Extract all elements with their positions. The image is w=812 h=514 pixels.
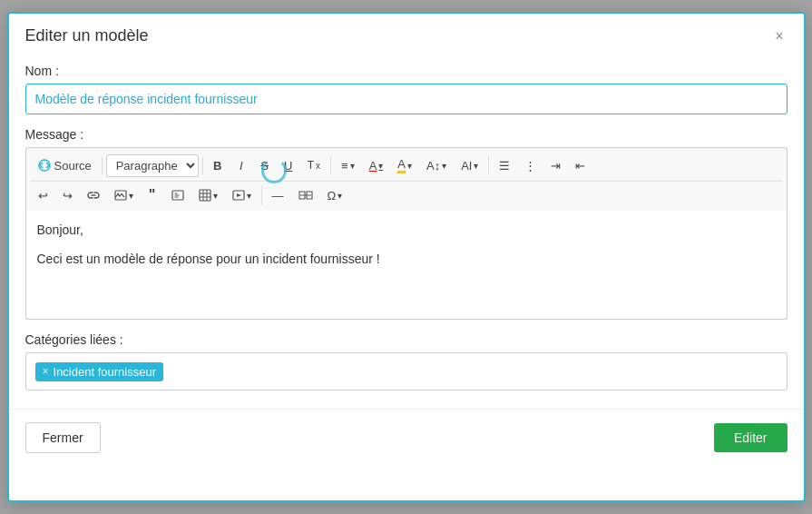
svg-marker-6 (237, 193, 241, 197)
category-tag[interactable]: × Incident fournisseur (35, 362, 163, 381)
source-button[interactable]: Source (32, 155, 98, 176)
tag-label: Incident fournisseur (54, 365, 156, 379)
special-char-button[interactable]: Ω ▾ (321, 185, 349, 206)
media-chevron: ▾ (247, 191, 251, 201)
paragraph-select[interactable]: Paragraphe (106, 154, 199, 177)
modal-title: Editer un modèle (25, 26, 149, 45)
tag-remove-button[interactable]: × (43, 366, 49, 377)
link-button[interactable] (81, 185, 106, 205)
modal-close-button[interactable]: × (771, 29, 787, 44)
redo-button[interactable]: ↪ (56, 185, 79, 206)
indent-button[interactable]: ⇥ (544, 155, 567, 176)
loading-spinner (261, 158, 287, 183)
svg-rect-4 (200, 190, 210, 201)
toolbar-sep-1 (102, 156, 103, 174)
image-button[interactable]: ▾ (108, 185, 140, 205)
code-button[interactable] (165, 185, 191, 205)
editor-toolbar: Source Paragraphe B I S U Tx ≡ ▾ A ▾ A ▾ (25, 147, 788, 211)
editor-content[interactable]: Bonjour, Ceci est un modèle de réponse p… (25, 211, 788, 320)
ordered-list-button[interactable]: ⋮ (518, 155, 543, 176)
toolbar-row-1: Source Paragraphe B I S U Tx ≡ ▾ A ▾ A ▾ (30, 152, 783, 182)
nom-label: Nom : (25, 64, 788, 78)
toolbar-sep-5 (261, 186, 262, 204)
categories-box[interactable]: × Incident fournisseur (25, 352, 788, 390)
font-color-button[interactable]: A ▾ (363, 155, 390, 176)
link-icon (87, 189, 100, 202)
image-icon (114, 189, 127, 202)
editor-line-1: Bonjour, (37, 220, 776, 240)
table-chevron: ▾ (213, 191, 218, 201)
close-button[interactable]: Fermer (25, 422, 101, 453)
align-button[interactable]: ≡ ▾ (335, 155, 361, 176)
toolbar-sep-3 (330, 156, 331, 174)
toolbar-row-2: ↩ ↪ ▾ " ▾ (30, 182, 783, 211)
source-icon (38, 159, 51, 172)
tx-button[interactable]: Tx (301, 155, 327, 175)
toolbar-sep-2 (202, 156, 203, 174)
outdent-button[interactable]: ⇤ (569, 155, 592, 176)
highlight-button[interactable]: A ▾ (391, 153, 418, 177)
bold-button[interactable]: B (207, 155, 229, 176)
media-icon (232, 189, 245, 202)
table-button[interactable]: ▾ (192, 185, 224, 205)
editor-line-2: Ceci est un modèle de réponse pour un in… (37, 249, 776, 269)
categories-label: Catégories liées : (25, 332, 788, 347)
unordered-list-button[interactable]: ☰ (493, 155, 516, 176)
modal-overlay: Editer un modèle × Nom : Message : (0, 0, 812, 514)
nom-input[interactable] (25, 84, 788, 114)
table-icon (199, 189, 211, 202)
code-icon (171, 189, 184, 202)
modal-dialog: Editer un modèle × Nom : Message : (7, 12, 806, 502)
undo-button[interactable]: ↩ (32, 185, 54, 206)
modal-header: Editer un modèle × (9, 14, 804, 54)
ai-button[interactable]: AI ▾ (455, 155, 484, 176)
media-button[interactable]: ▾ (226, 185, 258, 205)
italic-button[interactable]: I (230, 155, 252, 176)
hr-button[interactable]: — (266, 185, 290, 206)
pagebreak-icon (298, 189, 313, 202)
blockquote-button[interactable]: " (142, 183, 163, 207)
modal-body: Nom : Message : Source (9, 54, 804, 400)
modal-footer: Fermer Editer (9, 409, 804, 466)
image-chevron: ▾ (129, 191, 133, 201)
toolbar-sep-4 (488, 156, 489, 174)
pagebreak-button[interactable] (292, 185, 319, 205)
message-label: Message : (25, 127, 788, 142)
fontsize-button[interactable]: A↕ ▾ (420, 155, 453, 176)
categories-section: Catégories liées : × Incident fournisseu… (25, 332, 788, 390)
edit-button[interactable]: Editer (714, 423, 788, 452)
